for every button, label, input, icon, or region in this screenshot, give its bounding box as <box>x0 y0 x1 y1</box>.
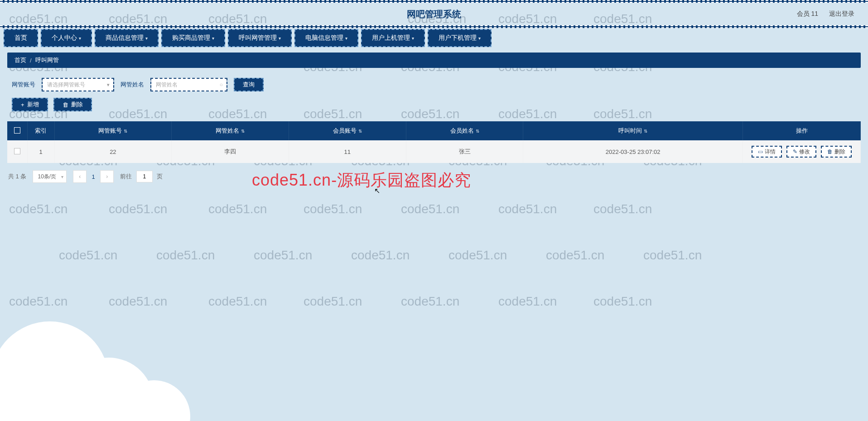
sort-icon: ⇅ <box>241 129 245 134</box>
search-button[interactable]: 查询 <box>234 78 264 91</box>
col-account[interactable]: 网管账号⇅ <box>54 121 172 140</box>
cell-admin-name: 李四 <box>172 140 289 163</box>
edit-button[interactable]: ✎修改 <box>786 146 816 158</box>
page-jump: 前往 页 <box>120 171 163 182</box>
cursor-icon: ↖ <box>374 187 380 195</box>
page-number[interactable]: 1 <box>87 170 100 183</box>
action-bar: +新增 🗑删除 <box>12 98 861 111</box>
page-jump-input[interactable] <box>136 171 153 182</box>
col-admin-name[interactable]: 网管姓名⇅ <box>172 121 289 140</box>
cell-member-name: 张三 <box>406 140 523 163</box>
row-checkbox[interactable] <box>14 148 20 154</box>
breadcrumb-home[interactable]: 首页 <box>14 56 26 64</box>
breadcrumb-separator: / <box>30 57 32 64</box>
cell-call-time: 2022-03-25 23:07:02 <box>523 140 743 163</box>
col-member-name[interactable]: 会员姓名⇅ <box>406 121 523 140</box>
main-content: 首页 / 呼叫网管 网管账号 请选择网管账号 网管姓名 网管姓名 查询 +新增 … <box>0 48 868 187</box>
filter-account-select[interactable]: 请选择网管账号 <box>42 78 114 91</box>
cell-index: 1 <box>27 140 54 163</box>
filter-account-label: 网管账号 <box>12 81 35 89</box>
nav-user-login[interactable]: 用户上机管理▾ <box>361 29 425 47</box>
col-checkbox <box>7 121 27 140</box>
sort-icon: ⇅ <box>124 129 127 134</box>
sort-icon: ⇅ <box>644 129 647 134</box>
add-button[interactable]: +新增 <box>12 98 48 111</box>
next-page-button[interactable]: › <box>100 170 114 183</box>
header: 网吧管理系统 会员 11 退出登录 <box>0 3 868 25</box>
chevron-down-icon: ▾ <box>279 36 281 41</box>
nav-product-info[interactable]: 商品信息管理▾ <box>95 29 159 47</box>
nav-user-logout[interactable]: 用户下机管理▾ <box>428 29 492 47</box>
sort-icon: ⇅ <box>358 129 362 134</box>
prev-page-button[interactable]: ‹ <box>73 170 87 183</box>
total-text: 共 1 条 <box>8 172 26 181</box>
delete-button[interactable]: 🗑删除 <box>53 98 92 111</box>
pagination: 共 1 条 10条/页 ‹ 1 › 前往 页 <box>8 170 861 183</box>
filter-name-label: 网管姓名 <box>121 81 144 89</box>
chevron-down-icon: ▾ <box>412 36 414 41</box>
app-title: 网吧管理系统 <box>0 8 868 20</box>
nav-computer-info[interactable]: 电脑信息管理▾ <box>294 29 358 47</box>
col-member-account[interactable]: 会员账号⇅ <box>289 121 406 140</box>
edit-icon: ✎ <box>793 148 797 155</box>
data-table: 索引 网管账号⇅ 网管姓名⇅ 会员账号⇅ 会员姓名⇅ 呼叫时间⇅ 操作 1 22… <box>7 121 861 163</box>
chevron-down-icon: ▾ <box>145 36 148 41</box>
header-member-label[interactable]: 会员 11 <box>797 10 818 18</box>
detail-button[interactable]: ▭详情 <box>752 146 782 158</box>
chevron-down-icon: ▾ <box>79 36 81 41</box>
filter-bar: 网管账号 请选择网管账号 网管姓名 网管姓名 查询 <box>12 78 861 91</box>
breadcrumb-current: 呼叫网管 <box>35 56 59 64</box>
cell-member-account: 11 <box>289 140 406 163</box>
nav-profile[interactable]: 个人中心▾ <box>41 29 92 47</box>
col-call-time[interactable]: 呼叫时间⇅ <box>523 121 743 140</box>
sort-icon: ⇅ <box>476 129 479 134</box>
chevron-down-icon: ▾ <box>478 36 481 41</box>
logout-link[interactable]: 退出登录 <box>829 10 854 18</box>
chevron-down-icon: ▾ <box>345 36 347 41</box>
chevron-down-icon: ▾ <box>212 36 214 41</box>
trash-icon: 🗑 <box>827 148 833 155</box>
main-nav: 首页 个人中心▾ 商品信息管理▾ 购买商品管理▾ 呼叫网管管理▾ 电脑信息管理▾… <box>0 28 868 48</box>
cell-account: 22 <box>54 140 172 163</box>
plus-icon: + <box>21 101 24 108</box>
checkbox-all[interactable] <box>14 127 20 134</box>
nav-home[interactable]: 首页 <box>4 29 38 47</box>
nav-call-admin[interactable]: 呼叫网管管理▾ <box>228 29 292 47</box>
col-index[interactable]: 索引 <box>27 121 54 140</box>
filter-name-input[interactable]: 网管姓名 <box>150 78 227 91</box>
row-delete-button[interactable]: 🗑删除 <box>821 146 852 158</box>
col-operate: 操作 <box>743 121 861 140</box>
cloud-decoration <box>0 294 208 421</box>
page-size-select[interactable]: 10条/页 <box>33 170 67 183</box>
nav-purchase[interactable]: 购买商品管理▾ <box>161 29 225 47</box>
detail-icon: ▭ <box>758 148 763 155</box>
trash-icon: 🗑 <box>63 101 68 108</box>
table-row: 1 22 李四 11 张三 2022-03-25 23:07:02 ▭详情 ✎修… <box>7 140 861 163</box>
breadcrumb: 首页 / 呼叫网管 <box>7 53 861 68</box>
